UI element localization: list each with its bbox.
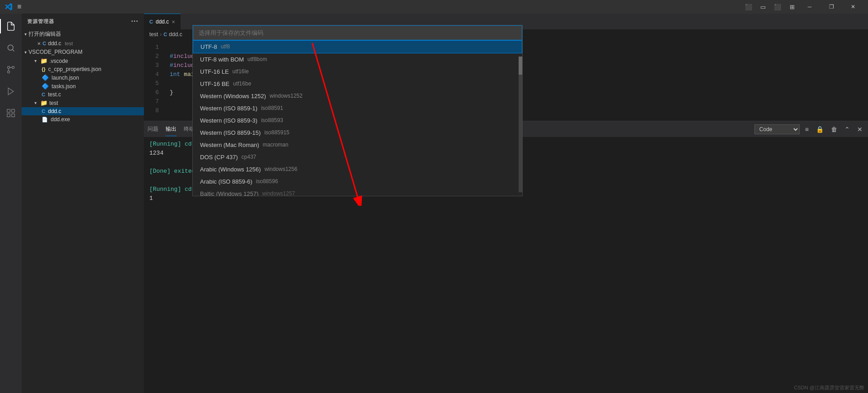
tab-close-icon[interactable]: ✕ (172, 19, 175, 24)
activity-item-explorer[interactable] (0, 15, 22, 37)
chevron-down-icon: ▾ (34, 100, 37, 105)
hamburger-menu-icon[interactable]: ≡ (17, 3, 21, 11)
svg-point-2 (12, 66, 14, 69)
panel-icon-collapse-up[interactable]: ⌃ (843, 125, 852, 134)
encoding-picker[interactable]: UTF-8 utf8 UTF-8 with BOM utf8bom UTF-16… (192, 25, 523, 196)
folder-name: test (49, 100, 58, 106)
encoding-item-utf16be[interactable]: UTF-16 BE utf16be (193, 78, 522, 90)
encoding-id: iso885915 (264, 129, 289, 136)
chevron-down-icon: ▾ (24, 32, 27, 37)
file-name: ddd.c (48, 108, 61, 114)
layout-icon-2[interactable]: ▭ (757, 1, 769, 12)
panel-icon-close[interactable]: ✕ (855, 125, 864, 134)
output-source-select[interactable]: Code (754, 124, 800, 134)
panel-icon-lock[interactable]: 🔒 (814, 125, 825, 134)
encoding-item-cp437[interactable]: DOS (CP 437) cp437 (193, 151, 522, 163)
panel-tab-problems[interactable]: 问题 (148, 123, 158, 136)
encoding-item-utf16le[interactable]: UTF-16 LE utf16le (193, 66, 522, 78)
svg-rect-6 (12, 109, 15, 113)
sidebar-item-c-cpp-properties[interactable]: {} c_cpp_properties.json (22, 65, 144, 73)
encoding-item-windows1257[interactable]: Baltic (Windows 1257) windows1257 (193, 188, 522, 196)
sidebar-item-launch[interactable]: 🔷 launch.json (22, 73, 144, 82)
open-editor-context: test (65, 41, 73, 46)
file-name: ddd.exe (51, 116, 70, 123)
encoding-label: UTF-8 (200, 43, 217, 50)
sidebar-item-vscode-folder[interactable]: ▾ 📁 .vscode (22, 57, 144, 65)
picker-scrollbar-thumb[interactable] (519, 57, 522, 75)
sidebar-item-tasks[interactable]: 🔷 tasks.json (22, 82, 144, 90)
open-editor-filename: ddd.c (48, 40, 61, 47)
encoding-label: Western (ISO 8859-1) (200, 105, 258, 112)
launch-icon: 🔷 (42, 74, 49, 81)
encoding-item-iso88596[interactable]: Arabic (ISO 8859-6) iso88596 (193, 175, 522, 188)
title-bar-controls: ⬛ ▭ ⬛ ⊞ ─ ❐ ✕ (742, 0, 863, 14)
sidebar-item-test-folder[interactable]: ▾ 📁 test (22, 99, 144, 107)
encoding-item-macroman[interactable]: Western (Mac Roman) macroman (193, 139, 522, 151)
sidebar-item-ddd-exe[interactable]: 📄 ddd.exe (22, 115, 144, 123)
folder-icon: 📁 (40, 57, 48, 64)
encoding-id: iso88593 (261, 117, 283, 124)
vscode-logo-icon (5, 3, 13, 11)
breadcrumb-sep-1: › (160, 31, 162, 38)
activity-item-search[interactable] (0, 37, 22, 59)
sidebar-header: 资源管理器 ··· (22, 14, 144, 29)
encoding-label: DOS (CP 437) (200, 154, 238, 161)
file-name: c_cpp_properties.json (48, 66, 101, 72)
minimize-button[interactable]: ─ (799, 0, 820, 14)
encoding-id: iso88596 (256, 178, 278, 185)
svg-point-3 (8, 71, 10, 73)
tasks-icon: 🔷 (42, 83, 49, 90)
activity-item-run[interactable] (0, 80, 22, 102)
svg-rect-5 (7, 109, 10, 113)
svg-rect-8 (12, 114, 15, 117)
breadcrumb-part-1[interactable]: test (149, 31, 158, 38)
encoding-item-utf8[interactable]: UTF-8 utf8 (193, 40, 522, 53)
sidebar-item-ddd-c[interactable]: C ddd.c (22, 107, 144, 115)
encoding-label: Western (Windows 1252) (200, 93, 266, 99)
terminal-text: 1 (149, 195, 153, 202)
explorer-toggle[interactable]: ▾ VSCODE_PROGRAM (22, 47, 144, 57)
folder-name: .vscode (49, 58, 68, 64)
encoding-item-iso88593[interactable]: Western (ISO 8859-3) iso88593 (193, 114, 522, 127)
open-editor-ddd-c[interactable]: ✕ C ddd.c test (22, 39, 144, 47)
encoding-id: iso88591 (261, 105, 283, 112)
encoding-item-iso88591[interactable]: Western (ISO 8859-1) iso88591 (193, 102, 522, 114)
open-editors-toggle[interactable]: ▾ 打开的编辑器 (22, 29, 144, 39)
encoding-id: utf16le (233, 68, 249, 75)
encoding-search-input[interactable] (193, 25, 522, 40)
encoding-id: utf8bom (248, 56, 267, 63)
encoding-item-windows1252[interactable]: Western (Windows 1252) windows1252 (193, 90, 522, 102)
close-button[interactable]: ✕ (843, 0, 863, 14)
sidebar-item-test-c[interactable]: C test.c (22, 90, 144, 99)
panel-tab-right: Code ≡ 🔒 🗑 ⌃ ✕ (754, 124, 864, 134)
encoding-item-iso885915[interactable]: Western (ISO 8859-15) iso885915 (193, 127, 522, 139)
explorer-section: ▾ VSCODE_PROGRAM ▾ 📁 .vscode {} c_cpp_pr… (22, 47, 144, 123)
tab-ddd-c[interactable]: C ddd.c ✕ (144, 14, 181, 29)
encoding-item-utf8bom[interactable]: UTF-8 with BOM utf8bom (193, 53, 522, 66)
activity-item-source-control[interactable] (0, 59, 22, 80)
maximize-button[interactable]: ❐ (821, 0, 842, 14)
close-icon[interactable]: ✕ (37, 41, 41, 46)
chevron-icon: ▾ (24, 50, 27, 55)
svg-marker-4 (8, 88, 14, 95)
layout-icon-4[interactable]: ⊞ (786, 1, 798, 12)
encoding-item-windows1256[interactable]: Arabic (Windows 1256) windows1256 (193, 163, 522, 175)
panel-tab-output[interactable]: 输出 (166, 123, 176, 136)
panel-icon-clear[interactable]: 🗑 (829, 125, 839, 134)
encoding-id: cp437 (242, 154, 257, 161)
breadcrumb-part-2[interactable]: ddd.c (169, 31, 182, 38)
file-type-icon: C (43, 41, 46, 46)
watermark: CSDN @江南霹雳堂雷家雷无弊 (794, 384, 864, 391)
explorer-label: VSCODE_PROGRAM (29, 49, 82, 55)
activity-bar (0, 14, 22, 393)
file-name: test.c (48, 91, 61, 98)
panel-icon-list[interactable]: ≡ (803, 125, 811, 134)
sidebar-more-button[interactable]: ··· (131, 17, 138, 25)
layout-icon-1[interactable]: ⬛ (742, 1, 755, 12)
tab-label: ddd.c (156, 19, 169, 25)
picker-scrollbar[interactable] (519, 57, 522, 192)
activity-item-extensions[interactable] (0, 102, 22, 124)
encoding-label: Baltic (Windows 1257) (200, 190, 258, 193)
layout-icon-3[interactable]: ⬛ (771, 1, 784, 12)
title-bar: ≡ ⬛ ▭ ⬛ ⊞ ─ ❐ ✕ (0, 0, 868, 14)
